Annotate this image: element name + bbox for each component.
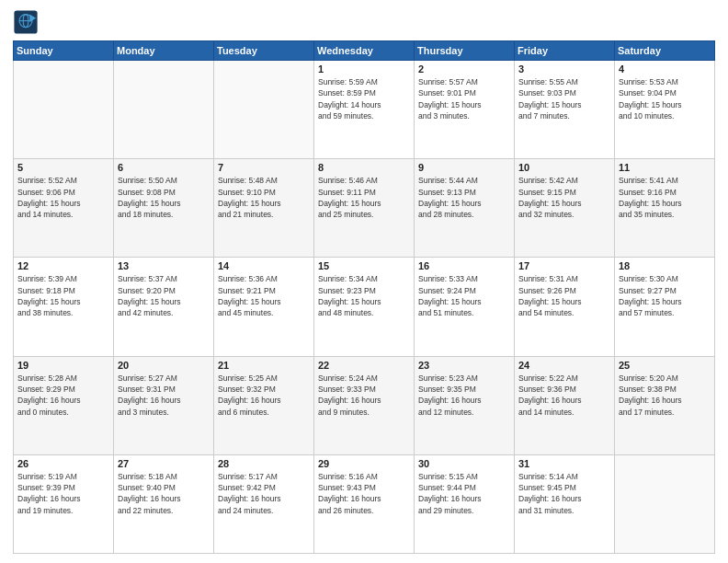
calendar-cell: 12Sunrise: 5:39 AMSunset: 9:18 PMDayligh… (14, 258, 114, 356)
calendar-cell: 26Sunrise: 5:19 AMSunset: 9:39 PMDayligh… (14, 454, 114, 553)
logo-icon (13, 9, 39, 35)
day-info: Sunrise: 5:18 AMSunset: 9:40 PMDaylight:… (118, 471, 210, 516)
header (13, 9, 715, 35)
day-info: Sunrise: 5:25 AMSunset: 9:32 PMDaylight:… (218, 373, 310, 418)
calendar-cell: 14Sunrise: 5:36 AMSunset: 9:21 PMDayligh… (214, 258, 314, 356)
calendar-cell: 6Sunrise: 5:50 AMSunset: 9:08 PMDaylight… (114, 159, 214, 258)
day-info: Sunrise: 5:23 AMSunset: 9:35 PMDaylight:… (418, 373, 510, 418)
day-number: 31 (518, 458, 610, 469)
day-info: Sunrise: 5:33 AMSunset: 9:24 PMDaylight:… (418, 273, 510, 318)
day-number: 15 (318, 260, 410, 271)
day-number: 11 (619, 162, 711, 173)
calendar-cell: 9Sunrise: 5:44 AMSunset: 9:13 PMDaylight… (415, 159, 515, 258)
day-number: 2 (418, 63, 510, 75)
calendar-cell: 13Sunrise: 5:37 AMSunset: 9:20 PMDayligh… (114, 258, 214, 356)
header-row: SundayMondayTuesdayWednesdayThursdayFrid… (14, 41, 715, 61)
logo (13, 9, 42, 35)
day-info: Sunrise: 5:37 AMSunset: 9:20 PMDaylight:… (118, 273, 210, 318)
day-info: Sunrise: 5:36 AMSunset: 9:21 PMDaylight:… (218, 273, 310, 318)
day-info: Sunrise: 5:57 AMSunset: 9:01 PMDaylight:… (418, 76, 510, 121)
week-row-5: 26Sunrise: 5:19 AMSunset: 9:39 PMDayligh… (14, 454, 715, 553)
calendar-cell (114, 61, 214, 159)
calendar-cell: 23Sunrise: 5:23 AMSunset: 9:35 PMDayligh… (415, 356, 515, 454)
day-number: 9 (418, 162, 510, 173)
day-info: Sunrise: 5:17 AMSunset: 9:42 PMDaylight:… (218, 471, 310, 516)
day-number: 24 (518, 360, 610, 371)
day-number: 21 (218, 360, 310, 371)
day-info: Sunrise: 5:39 AMSunset: 9:18 PMDaylight:… (17, 273, 109, 318)
day-header-tuesday: Tuesday (214, 41, 314, 61)
day-number: 8 (318, 162, 410, 173)
calendar-cell: 27Sunrise: 5:18 AMSunset: 9:40 PMDayligh… (114, 454, 214, 553)
day-number: 18 (619, 260, 711, 271)
calendar-cell: 4Sunrise: 5:53 AMSunset: 9:04 PMDaylight… (615, 61, 715, 159)
page: SundayMondayTuesdayWednesdayThursdayFrid… (0, 0, 728, 563)
day-number: 29 (318, 458, 410, 469)
day-header-saturday: Saturday (615, 41, 715, 61)
calendar-cell: 5Sunrise: 5:52 AMSunset: 9:06 PMDaylight… (14, 159, 114, 258)
calendar-cell: 11Sunrise: 5:41 AMSunset: 9:16 PMDayligh… (615, 159, 715, 258)
day-number: 30 (418, 458, 510, 469)
day-number: 3 (518, 63, 610, 75)
day-number: 22 (318, 360, 410, 371)
day-info: Sunrise: 5:59 AMSunset: 8:59 PMDaylight:… (318, 76, 410, 121)
day-header-monday: Monday (114, 41, 214, 61)
day-number: 5 (17, 162, 109, 173)
calendar-cell: 21Sunrise: 5:25 AMSunset: 9:32 PMDayligh… (214, 356, 314, 454)
calendar-cell: 22Sunrise: 5:24 AMSunset: 9:33 PMDayligh… (314, 356, 415, 454)
week-row-4: 19Sunrise: 5:28 AMSunset: 9:29 PMDayligh… (14, 356, 715, 454)
day-info: Sunrise: 5:41 AMSunset: 9:16 PMDaylight:… (619, 175, 711, 220)
day-header-thursday: Thursday (415, 41, 515, 61)
day-info: Sunrise: 5:48 AMSunset: 9:10 PMDaylight:… (218, 175, 310, 220)
day-header-sunday: Sunday (14, 41, 114, 61)
day-info: Sunrise: 5:27 AMSunset: 9:31 PMDaylight:… (118, 373, 210, 418)
calendar-cell: 2Sunrise: 5:57 AMSunset: 9:01 PMDaylight… (415, 61, 515, 159)
calendar-header: SundayMondayTuesdayWednesdayThursdayFrid… (14, 41, 715, 61)
day-number: 7 (218, 162, 310, 173)
day-info: Sunrise: 5:46 AMSunset: 9:11 PMDaylight:… (318, 175, 410, 220)
day-header-wednesday: Wednesday (314, 41, 415, 61)
calendar-cell: 18Sunrise: 5:30 AMSunset: 9:27 PMDayligh… (615, 258, 715, 356)
day-number: 1 (318, 63, 410, 75)
calendar-cell: 15Sunrise: 5:34 AMSunset: 9:23 PMDayligh… (314, 258, 415, 356)
calendar-cell: 7Sunrise: 5:48 AMSunset: 9:10 PMDaylight… (214, 159, 314, 258)
day-number: 4 (619, 63, 711, 75)
calendar-cell (214, 61, 314, 159)
calendar-table: SundayMondayTuesdayWednesdayThursdayFrid… (13, 40, 715, 554)
calendar-body: 1Sunrise: 5:59 AMSunset: 8:59 PMDaylight… (14, 61, 715, 554)
calendar-cell: 30Sunrise: 5:15 AMSunset: 9:44 PMDayligh… (415, 454, 515, 553)
calendar-cell: 31Sunrise: 5:14 AMSunset: 9:45 PMDayligh… (515, 454, 615, 553)
day-info: Sunrise: 5:31 AMSunset: 9:26 PMDaylight:… (518, 273, 610, 318)
day-number: 14 (218, 260, 310, 271)
calendar-cell: 16Sunrise: 5:33 AMSunset: 9:24 PMDayligh… (415, 258, 515, 356)
day-number: 12 (17, 260, 109, 271)
day-info: Sunrise: 5:50 AMSunset: 9:08 PMDaylight:… (118, 175, 210, 220)
day-number: 6 (118, 162, 210, 173)
day-number: 19 (17, 360, 109, 371)
calendar-cell: 25Sunrise: 5:20 AMSunset: 9:38 PMDayligh… (615, 356, 715, 454)
day-number: 17 (518, 260, 610, 271)
day-info: Sunrise: 5:20 AMSunset: 9:38 PMDaylight:… (619, 373, 711, 418)
day-info: Sunrise: 5:53 AMSunset: 9:04 PMDaylight:… (619, 76, 711, 121)
calendar-cell: 24Sunrise: 5:22 AMSunset: 9:36 PMDayligh… (515, 356, 615, 454)
calendar-cell: 17Sunrise: 5:31 AMSunset: 9:26 PMDayligh… (515, 258, 615, 356)
day-info: Sunrise: 5:52 AMSunset: 9:06 PMDaylight:… (17, 175, 109, 220)
calendar-cell: 3Sunrise: 5:55 AMSunset: 9:03 PMDaylight… (515, 61, 615, 159)
day-info: Sunrise: 5:44 AMSunset: 9:13 PMDaylight:… (418, 175, 510, 220)
calendar-cell: 29Sunrise: 5:16 AMSunset: 9:43 PMDayligh… (314, 454, 415, 553)
calendar-cell: 10Sunrise: 5:42 AMSunset: 9:15 PMDayligh… (515, 159, 615, 258)
day-info: Sunrise: 5:55 AMSunset: 9:03 PMDaylight:… (518, 76, 610, 121)
week-row-1: 1Sunrise: 5:59 AMSunset: 8:59 PMDaylight… (14, 61, 715, 159)
day-info: Sunrise: 5:28 AMSunset: 9:29 PMDaylight:… (17, 373, 109, 418)
calendar-cell (14, 61, 114, 159)
day-info: Sunrise: 5:14 AMSunset: 9:45 PMDaylight:… (518, 471, 610, 516)
day-number: 25 (619, 360, 711, 371)
day-number: 27 (118, 458, 210, 469)
day-info: Sunrise: 5:34 AMSunset: 9:23 PMDaylight:… (318, 273, 410, 318)
day-number: 23 (418, 360, 510, 371)
day-info: Sunrise: 5:24 AMSunset: 9:33 PMDaylight:… (318, 373, 410, 418)
calendar-cell: 19Sunrise: 5:28 AMSunset: 9:29 PMDayligh… (14, 356, 114, 454)
day-number: 26 (17, 458, 109, 469)
calendar-cell: 1Sunrise: 5:59 AMSunset: 8:59 PMDaylight… (314, 61, 415, 159)
day-number: 28 (218, 458, 310, 469)
